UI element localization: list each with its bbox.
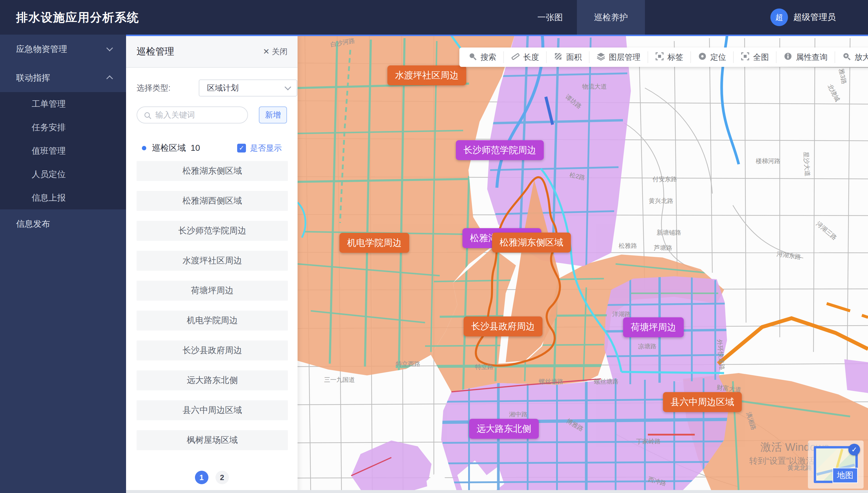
sidebar-item-信息上报[interactable]: 信息上报 — [0, 186, 126, 209]
info-icon — [784, 52, 793, 63]
sidebar-item-人员定位[interactable]: 人员定位 — [0, 163, 126, 186]
map-region-label-水渡坪社区周边[interactable]: 水渡坪社区周边 — [387, 65, 466, 85]
keyword-search-input[interactable]: 输入关键词 — [137, 106, 248, 124]
road-name-label: 特立路 — [475, 363, 494, 370]
ruler-icon — [511, 52, 520, 63]
map-region-label-长沙师范学院周边[interactable]: 长沙师范学院周边 — [456, 140, 544, 160]
nav-tab-inspection-maintenance[interactable]: 巡检养护 — [577, 0, 645, 35]
sidebar-submenu: 工单管理任务安排值班管理人员定位信息上报 — [0, 92, 126, 209]
region-group-row: 巡检区域 10 ✓ 是否显示 — [137, 142, 287, 154]
plan-type-value: 区域计划 — [207, 83, 239, 93]
chevron-up-icon — [106, 76, 113, 82]
region-list-item[interactable]: 枫树屋场区域 — [137, 430, 288, 450]
map-region-label-松雅湖东侧区域[interactable]: 松雅湖东侧区域 — [492, 233, 571, 253]
sidebar-item-值班管理[interactable]: 值班管理 — [0, 139, 126, 163]
map-region-label-远大路东北侧[interactable]: 远大路东北侧 — [469, 419, 539, 439]
minimap-label: 地图 — [832, 468, 858, 483]
region-list-item[interactable]: 松雅湖西侧区域 — [137, 191, 288, 211]
region-group-title: 巡检区域 10 — [152, 142, 200, 154]
road-name-label: 螺丝塘路 — [594, 378, 619, 385]
zoom-in-icon — [842, 52, 851, 63]
region-list-item[interactable]: 荷塘坪周边 — [137, 281, 288, 301]
map-region-label-长沙县政府周边[interactable]: 长沙县政府周边 — [464, 317, 542, 336]
region-list-item[interactable]: 机电学院周边 — [137, 310, 288, 330]
region-list-item[interactable]: 远大路东北侧 — [137, 370, 288, 390]
inspection-panel: 巡检管理 ✕ 关闭 选择类型: 区域计划 输入关键词 新增 巡检区域 10 ✓ … — [126, 36, 297, 493]
app-header: 排水设施应用分析系统 一张图 巡检养护 超 超级管理员 — [0, 0, 868, 35]
road-name-label: 松雅路 — [619, 242, 637, 249]
chevron-down-icon — [106, 45, 113, 51]
sidebar-item-工单管理[interactable]: 工单管理 — [0, 92, 126, 115]
panel-header: 巡检管理 ✕ 关闭 — [126, 36, 297, 68]
road-name-label: 特立西路 — [396, 360, 420, 367]
road-name-label: 三一九国道 — [324, 376, 355, 383]
plan-type-select[interactable]: 区域计划 — [199, 80, 297, 97]
tool-放大[interactable]: 放大 — [835, 51, 868, 63]
region-list-item[interactable]: 松雅湖东侧区域 — [137, 161, 288, 181]
user-menu[interactable]: 超 超级管理员 — [771, 0, 836, 35]
content-top-accent-line — [126, 35, 868, 36]
sidebar-item-信息发布[interactable]: 信息发布 — [0, 209, 126, 238]
sidebar-item-任务安排[interactable]: 任务安排 — [0, 115, 126, 139]
user-avatar[interactable]: 超 — [771, 8, 788, 26]
road-name-label: 物流大道 — [582, 83, 607, 90]
full-extent-icon — [741, 52, 750, 63]
road-name-label: 湘中路 — [509, 411, 528, 417]
search-icon — [468, 52, 477, 63]
region-list-item[interactable]: 县六中周边区域 — [137, 400, 288, 420]
horizontal-scrollbar[interactable] — [126, 490, 868, 493]
bullet-dot-icon — [142, 146, 146, 150]
region-list-item[interactable]: 长沙师范学院周边 — [137, 221, 288, 241]
nav-tab-one-map[interactable]: 一张图 — [533, 0, 567, 35]
layers-icon — [597, 52, 605, 63]
road-name-label: 付安东路 — [652, 176, 677, 183]
locate-icon — [698, 52, 707, 63]
tool-属性查询[interactable]: 属性查询 — [777, 51, 835, 63]
pagination: 12 — [126, 471, 297, 484]
region-list-item[interactable]: 长沙县政府周边 — [137, 341, 288, 360]
road-name-label: 洋湖路 — [613, 310, 631, 317]
map-region-label-荷塘坪周边[interactable]: 荷塘坪周边 — [623, 317, 684, 337]
app-title: 排水设施应用分析系统 — [16, 0, 139, 35]
tool-长度[interactable]: 长度 — [504, 51, 547, 63]
road-name-label: 芦塘路 — [654, 244, 672, 251]
type-select-row: 选择类型: 区域计划 — [137, 80, 287, 97]
page-button-2[interactable]: 2 — [216, 471, 229, 484]
chevron-down-icon — [285, 84, 291, 90]
tag-frame-icon — [655, 52, 664, 63]
panel-title: 巡检管理 — [137, 45, 174, 58]
search-row: 输入关键词 新增 — [137, 106, 287, 124]
road-name-label: 丁家岭路 — [636, 438, 661, 445]
checkbox-checked-icon[interactable]: ✓ — [237, 144, 246, 152]
road-name-label: 凉塘路 — [638, 343, 656, 349]
page-button-1[interactable]: 1 — [195, 471, 208, 484]
show-toggle[interactable]: ✓ 是否显示 — [237, 143, 282, 153]
road-name-label: 黄兴北路 — [649, 197, 673, 204]
minimap-toggle[interactable]: ✓ 地图 — [814, 446, 858, 483]
minimap-panel: ✓ 地图 — [808, 441, 864, 489]
road-name-label: 螺丝塘路 — [539, 378, 563, 385]
minimap-check-icon: ✓ — [848, 444, 860, 455]
tool-搜索[interactable]: 搜索 — [461, 51, 504, 63]
sidebar: 应急物资管理联动指挥工单管理任务安排值班管理人员定位信息上报信息发布 — [0, 35, 126, 493]
tool-全图[interactable]: 全图 — [734, 51, 777, 63]
map-region-label-机电学院周边[interactable]: 机电学院周边 — [339, 233, 409, 253]
tool-图层管理[interactable]: 图层管理 — [589, 51, 648, 63]
add-button[interactable]: 新增 — [259, 106, 287, 124]
user-name: 超级管理员 — [793, 12, 836, 23]
map-region-label-县六中周边区域[interactable]: 县六中周边区域 — [663, 392, 742, 412]
region-list: 松雅湖东侧区域松雅湖西侧区域长沙师范学院周边水渡坪社区周边荷塘坪周边机电学院周边… — [137, 161, 288, 460]
tool-标签[interactable]: 标签 — [648, 51, 691, 63]
sidebar-item-联动指挥[interactable]: 联动指挥 — [0, 63, 126, 92]
road-name-label: 楼梯河路 — [756, 157, 780, 164]
show-toggle-label: 是否显示 — [250, 143, 282, 153]
tool-面积[interactable]: 面积 — [547, 51, 589, 63]
search-placeholder: 输入关键词 — [155, 110, 195, 120]
panel-close-button[interactable]: ✕ 关闭 — [263, 46, 288, 57]
map-toolbar: 搜索长度面积图层管理标签定位全图属性查询放大缩小清除 — [459, 47, 868, 67]
region-list-item[interactable]: 水渡坪社区周边 — [137, 251, 288, 271]
sidebar-item-应急物资管理[interactable]: 应急物资管理 — [0, 35, 126, 63]
tool-定位[interactable]: 定位 — [691, 51, 734, 63]
area-icon — [554, 52, 562, 63]
type-select-label: 选择类型: — [137, 83, 171, 93]
